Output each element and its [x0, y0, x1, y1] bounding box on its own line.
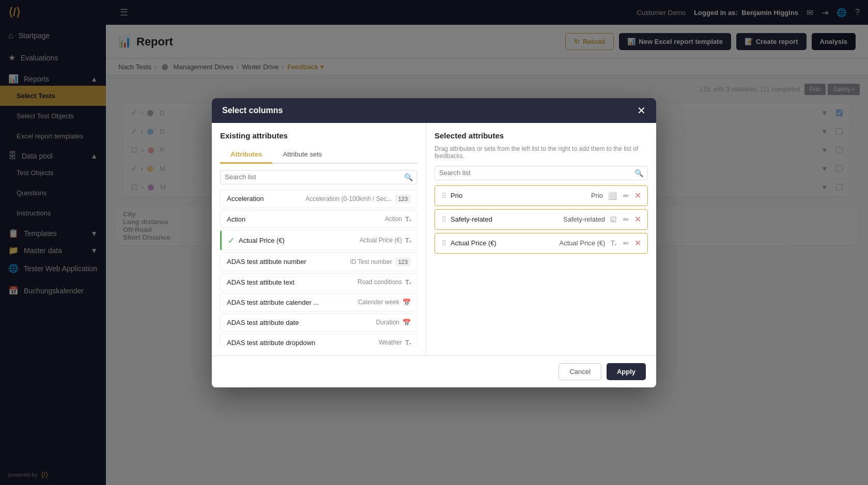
check-icon: ✓ [228, 236, 235, 245]
left-search-row: 🔍 [220, 170, 417, 184]
selected-attributes-list: ⠿ Prio Prio ⬜ ✏ ✕ ⠿ [435, 185, 648, 347]
right-search-input[interactable] [439, 169, 634, 177]
tab-attribute-sets[interactable]: Attribute sets [272, 146, 332, 164]
attribute-list: Acceleration Acceleration (0-100kmh / Se… [220, 190, 417, 347]
checkbox-icon-button[interactable]: ☑ [609, 214, 618, 225]
monitor-icon-button[interactable]: ⬜ [607, 191, 618, 201]
list-item[interactable]: ADAS test attibute number ID Test number… [220, 253, 417, 271]
modal-close-button[interactable]: ✕ [637, 105, 646, 116]
remove-prio-button[interactable]: ✕ [634, 191, 641, 200]
modal-footer: Cancel Apply [212, 355, 656, 387]
modal-overlay: Select columns ✕ Existing attributes Att… [0, 0, 868, 485]
left-panel: Existing attributes Attributes Attribute… [212, 123, 426, 355]
drag-handle-icon[interactable]: ⠿ [441, 215, 446, 224]
selected-item-safety: ⠿ Safety-related Safety-related ☑ ✏ ✕ [435, 209, 648, 230]
calendar-icon: 📅 [402, 299, 411, 306]
list-item[interactable]: Action Action Tᵣ [220, 210, 417, 228]
right-search-row: 🔍 [435, 166, 648, 180]
text-icon: Tᵣ [405, 278, 411, 286]
search-icon: 🔍 [634, 169, 643, 177]
right-panel: Selected attributes Drag attributes or s… [426, 123, 656, 355]
modal-header: Select columns ✕ [212, 98, 656, 123]
date-icon: 📅 [402, 319, 411, 326]
select-columns-modal: Select columns ✕ Existing attributes Att… [212, 98, 656, 387]
left-search-input[interactable] [225, 173, 404, 181]
list-item[interactable]: ADAS test attibute text Road conditions … [220, 273, 417, 291]
list-item[interactable]: ADAS test attribute date Duration 📅 [220, 314, 417, 332]
selected-item-prio: ⠿ Prio Prio ⬜ ✏ ✕ [435, 185, 648, 206]
remove-price-button[interactable]: ✕ [634, 238, 641, 248]
left-panel-title: Existing attributes [220, 131, 417, 140]
tab-attributes[interactable]: Attributes [220, 146, 272, 164]
remove-safety-button[interactable]: ✕ [634, 214, 641, 224]
drag-handle-icon[interactable]: ⠿ [441, 192, 446, 200]
modal-body: Existing attributes Attributes Attribute… [212, 123, 656, 355]
right-panel-subtitle: Drag attributes or sets from the left li… [435, 145, 648, 160]
selected-item-actual-price: ⠿ Actual Price (€) Actual Price (€) Tᵣ ✏… [435, 233, 648, 254]
apply-button[interactable]: Apply [607, 363, 646, 380]
list-item[interactable]: ✓ Actual Price (€) Actual Price (€) Tᵣ [220, 230, 417, 251]
list-item[interactable]: ADAS test attribute calender ... Calende… [220, 293, 417, 311]
right-panel-title: Selected attributes [435, 131, 648, 140]
text-icon: Tᵣ [405, 215, 411, 223]
modal-title: Select columns [222, 106, 283, 115]
list-item[interactable]: ADAS test attribute dropdown Weather Tᵣ [220, 334, 417, 347]
text-icon: Tᵣ [405, 237, 411, 244]
edit-price-button[interactable]: ✏ [622, 238, 630, 248]
attribute-tabs: Attributes Attribute sets [220, 146, 417, 164]
cancel-button[interactable]: Cancel [559, 363, 601, 380]
edit-prio-button[interactable]: ✏ [622, 191, 630, 201]
search-icon: 🔍 [404, 173, 413, 181]
text-icon: Tᵣ [405, 339, 411, 347]
text-type-icon-button[interactable]: Tᵣ [609, 238, 618, 248]
edit-safety-button[interactable]: ✏ [622, 214, 630, 225]
drag-handle-icon[interactable]: ⠿ [441, 239, 446, 247]
list-item[interactable]: Acceleration Acceleration (0-100kmh / Se… [220, 190, 417, 208]
